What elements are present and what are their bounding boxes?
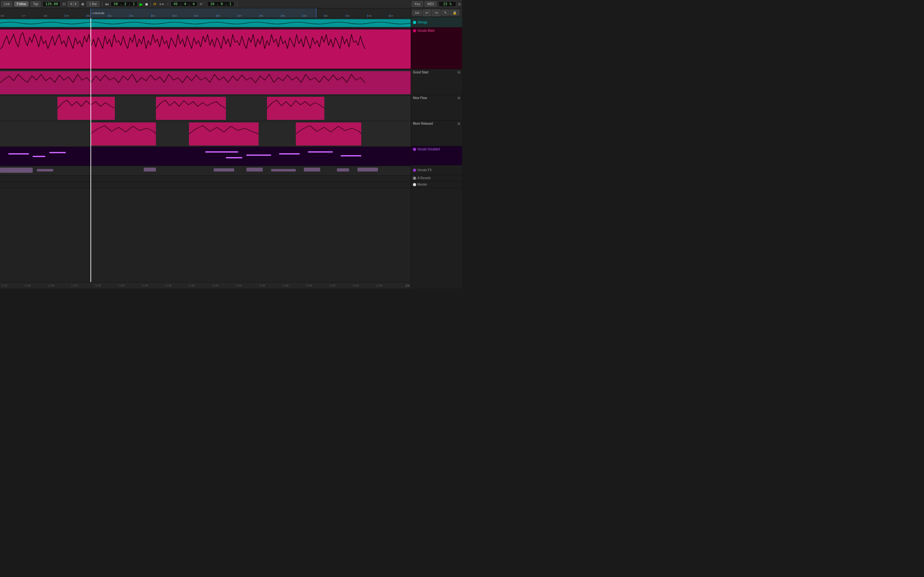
midi-note-6 bbox=[226, 157, 242, 158]
vocals-fx-clip-3[interactable] bbox=[144, 168, 156, 171]
track-list-nice-flow[interactable]: Nice Flow ⊞ bbox=[411, 95, 462, 121]
ruler-mark-64: 64 bbox=[389, 15, 411, 17]
link-button[interactable]: Link bbox=[1, 1, 12, 7]
vocals-fx-clip-6[interactable] bbox=[271, 169, 296, 171]
track-list-a-reverb[interactable]: A Reverb bbox=[411, 175, 462, 181]
vocals-fx-clip-2[interactable] bbox=[37, 169, 53, 171]
mini-timeline: 1:24 1:26 1:28 1:30 1:32 1:34 1:36 1:38 … bbox=[0, 282, 411, 288]
mini-mark-9: 1:40 bbox=[189, 284, 212, 287]
mini-mark-5: 1:32 bbox=[95, 284, 118, 287]
more-relaxed-gap3 bbox=[258, 122, 296, 145]
more-relaxed-gap2 bbox=[156, 122, 189, 145]
punch-icon: ◄► bbox=[158, 2, 165, 6]
more-relaxed-clip1[interactable] bbox=[90, 122, 156, 145]
timeline-ruler[interactable]: ▷ Interlude 46 47 48 49 50 51 52 53 54 5… bbox=[0, 8, 411, 18]
nice-flow-header: Nice Flow ⊞ bbox=[413, 96, 460, 100]
vocals-fx-clip-9[interactable] bbox=[357, 168, 378, 171]
mini-mark-11: 1:44 bbox=[236, 284, 259, 287]
track-list-more-relaxed[interactable]: More Relaxed ⊞ bbox=[411, 121, 462, 146]
mini-mark-17: 1:56 bbox=[376, 284, 400, 287]
stop-button[interactable]: ■ bbox=[145, 2, 148, 7]
toolbar: Link Follow Tap 129.00 |||| 4 / 4 ⏺ 1 Ba… bbox=[0, 0, 462, 8]
good-start-waveform bbox=[0, 71, 411, 94]
strings-label: Strings bbox=[417, 21, 460, 24]
midi-note-7 bbox=[279, 153, 300, 155]
set-button[interactable]: Set bbox=[412, 10, 422, 15]
track-good-start bbox=[0, 70, 411, 95]
tracks-scroll[interactable] bbox=[0, 18, 411, 282]
more-relaxed-clip2[interactable] bbox=[189, 122, 259, 145]
bar-setting[interactable]: 1 Bar bbox=[87, 1, 99, 7]
vocals-fx-clip-5[interactable] bbox=[246, 168, 263, 171]
tap-button[interactable]: Tap bbox=[31, 1, 41, 7]
track-list-good-start[interactable]: Good Start ⊞ bbox=[411, 69, 462, 95]
more-relaxed-waveform2 bbox=[189, 122, 259, 145]
follow-button[interactable]: Follow bbox=[14, 1, 29, 7]
lock-button[interactable]: 🔒 bbox=[450, 10, 459, 15]
sep3 bbox=[237, 2, 237, 7]
sep1 bbox=[102, 2, 102, 7]
rewind-icon[interactable]: ⏮ bbox=[105, 2, 109, 6]
vocals-main-header: Vocals Main bbox=[413, 29, 460, 32]
vocals-fx-clip-8[interactable] bbox=[337, 168, 349, 171]
vocals-main-clip-full[interactable] bbox=[0, 29, 411, 69]
ruler-mark-62: 62 bbox=[346, 15, 367, 17]
a-reverb-dot bbox=[413, 177, 416, 180]
time-sig-display[interactable]: 4 / 4 bbox=[68, 1, 79, 7]
nice-flow-clip1[interactable] bbox=[57, 97, 115, 120]
vocals-main-label: Vocals Main bbox=[417, 29, 435, 32]
midi-button[interactable]: MIDI bbox=[425, 1, 437, 7]
bpm-display[interactable]: 129.00 bbox=[43, 1, 60, 7]
track-list-vocals-doubled[interactable]: Vocals Doubled bbox=[411, 146, 462, 165]
record-icon: ⏺ bbox=[81, 2, 85, 6]
master-dot bbox=[413, 183, 416, 186]
loop-end-display[interactable]: 18 . 0 . 1 bbox=[207, 1, 234, 7]
track-list-vocals-main[interactable]: Vocals Main bbox=[411, 27, 462, 69]
redo-button[interactable]: ↪ bbox=[432, 10, 441, 16]
loop-start-display[interactable]: 45 . 4 . 4 bbox=[171, 1, 198, 7]
loop-region bbox=[90, 8, 317, 18]
track-vocals-fx bbox=[0, 166, 411, 176]
nice-flow-gap2 bbox=[115, 97, 156, 120]
midi-note-9 bbox=[341, 155, 361, 156]
vocals-fx-clip-1[interactable] bbox=[0, 168, 33, 173]
midi-note-5 bbox=[246, 155, 271, 156]
more-relaxed-gap4 bbox=[361, 122, 411, 145]
track-list-master[interactable]: Master bbox=[411, 181, 462, 188]
menu-icon[interactable]: ≡ bbox=[458, 2, 461, 7]
mini-mark-8: 1:38 bbox=[165, 284, 189, 287]
strings-waveform bbox=[0, 19, 411, 27]
ruler-mark-49: 49 bbox=[65, 15, 86, 17]
midi-note-1 bbox=[8, 153, 29, 155]
play-button[interactable]: ▶ bbox=[140, 2, 143, 7]
mini-mark-4: 1:30 bbox=[71, 284, 95, 287]
bpm-bars-icon: |||| bbox=[62, 2, 65, 6]
more-relaxed-waveform1 bbox=[90, 122, 156, 145]
key-button[interactable]: Key bbox=[412, 1, 423, 7]
a-reverb-label: A Reverb bbox=[417, 176, 431, 180]
more-relaxed-clip3[interactable] bbox=[296, 122, 362, 145]
track-list-vocals-fx[interactable]: Vocals FX bbox=[411, 165, 462, 175]
loop-icon[interactable]: ⟳ bbox=[153, 2, 157, 6]
undo-button[interactable]: ↩ bbox=[423, 10, 431, 16]
nice-flow-clip2[interactable] bbox=[156, 97, 226, 120]
nice-flow-clip3[interactable] bbox=[267, 97, 325, 120]
strings-clip[interactable] bbox=[0, 19, 411, 27]
mini-mark-13: 1:48 bbox=[283, 284, 306, 287]
metronome-icon: ○ bbox=[167, 2, 169, 6]
ruler-mark-63: 63 bbox=[367, 15, 389, 17]
position-display[interactable]: 50 . 2 . 1 bbox=[111, 1, 137, 7]
track-more-relaxed bbox=[0, 121, 411, 147]
track-list: Set ↩ ↪ ✎ 🔒 Strings Vocals Main Good Sta… bbox=[411, 8, 462, 288]
track-list-strings[interactable]: Strings bbox=[411, 17, 462, 27]
vocals-fx-label: Vocals FX bbox=[417, 168, 432, 172]
vocals-fx-clip-4[interactable] bbox=[214, 168, 234, 171]
vocals-fx-clip-7[interactable] bbox=[304, 168, 320, 171]
good-start-clip[interactable] bbox=[0, 71, 411, 94]
pencil-button[interactable]: ✎ bbox=[441, 10, 449, 15]
mini-mark-10: 1:42 bbox=[212, 284, 236, 287]
more-relaxed-header: More Relaxed ⊞ bbox=[413, 122, 460, 125]
midi-note-3 bbox=[49, 152, 66, 153]
nice-flow-gap1 bbox=[0, 97, 57, 120]
mini-mark-6: 1:34 bbox=[118, 284, 142, 287]
